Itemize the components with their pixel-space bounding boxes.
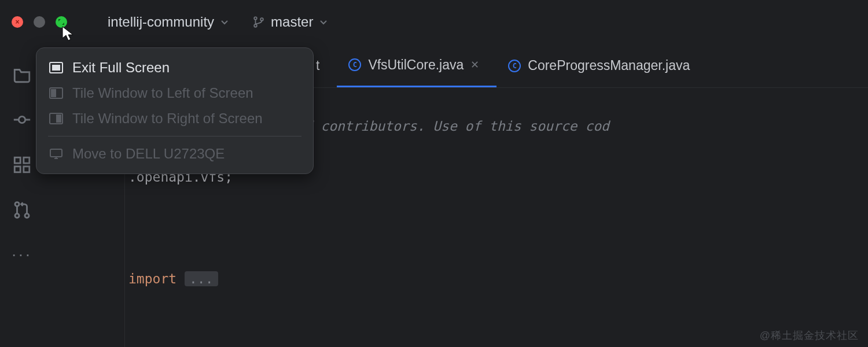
tile-left-icon [49,87,63,99]
svg-point-0 [254,17,257,20]
close-icon[interactable]: ✕ [470,58,479,71]
more-icon[interactable]: ··· [12,245,32,264]
branch-name: master [271,14,313,30]
java-class-icon: C [348,58,361,71]
structure-icon[interactable] [12,155,32,175]
menu-label: Exit Full Screen [72,60,170,76]
svg-rect-4 [14,157,20,163]
svg-rect-18 [50,149,62,157]
svg-rect-17 [56,115,61,123]
fullscreen-exit-icon [49,62,63,73]
tab-label: t [316,58,319,73]
traffic-lights: × [12,16,67,28]
editor-tab-vfsutilcore[interactable]: C VfsUtilCore.java ✕ [337,44,496,87]
svg-point-10 [25,213,29,217]
branch-dropdown[interactable]: master [247,10,334,34]
menu-label: Tile Window to Right of Screen [72,110,263,127]
svg-rect-7 [24,167,30,172]
svg-point-2 [260,18,263,21]
window-close-button[interactable]: × [12,16,23,28]
titlebar: × intellij-community master [0,0,868,44]
tab-label: CoreProgressManager.java [528,58,690,73]
svg-rect-15 [51,89,56,97]
menu-tile-left: Tile Window to Left of Screen [41,80,308,106]
window-menu-popup: Exit Full Screen Tile Window to Left of … [36,47,314,174]
svg-point-8 [15,202,19,206]
svg-point-9 [15,213,19,217]
cursor-icon [61,25,75,43]
branch-icon [252,16,265,28]
folder-icon[interactable] [12,65,32,84]
svg-rect-5 [24,157,30,163]
svg-rect-6 [14,167,20,172]
chevron-down-icon [319,17,328,27]
tile-right-icon [49,113,63,124]
chevron-down-icon [220,17,229,27]
watermark: @稀土掘金技术社区 [760,328,859,342]
commit-icon[interactable] [12,110,32,130]
svg-rect-13 [52,65,60,71]
project-name: intellij-community [108,14,214,30]
menu-exit-fullscreen[interactable]: Exit Full Screen [41,55,308,80]
pull-request-icon[interactable] [12,200,32,220]
editor-tab-coreprogressmanager[interactable]: C CoreProgressManager.java [496,44,707,87]
menu-label: Tile Window to Left of Screen [72,85,253,101]
menu-separator [48,136,301,136]
svg-point-1 [254,24,257,27]
project-dropdown[interactable]: intellij-community [102,10,235,34]
tab-label: VfsUtilCore.java [368,57,464,73]
menu-label: Move to DELL U2723QE [72,146,225,162]
monitor-icon [49,148,63,160]
menu-move-to-display: Move to DELL U2723QE [41,141,308,167]
java-class-icon: C [508,60,521,72]
svg-point-3 [19,116,25,123]
window-minimize-button[interactable] [34,16,45,28]
menu-tile-right: Tile Window to Right of Screen [41,106,308,131]
